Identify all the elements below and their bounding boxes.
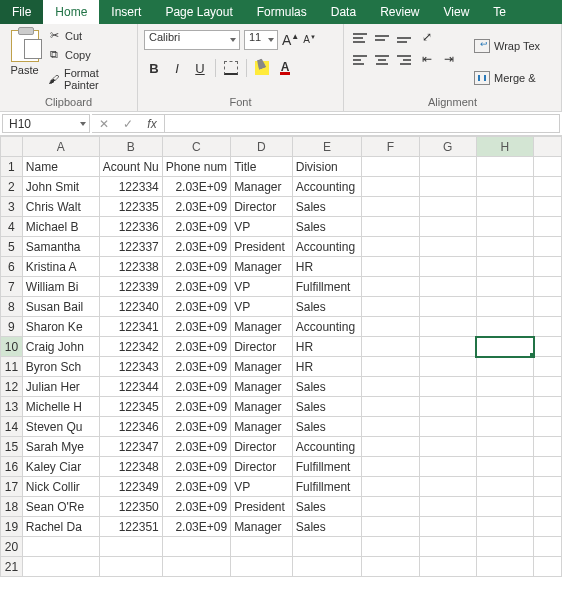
row-header[interactable]: 10 xyxy=(1,337,23,357)
tab-review[interactable]: Review xyxy=(368,0,431,24)
cell[interactable] xyxy=(476,177,533,197)
cell[interactable] xyxy=(476,417,533,437)
cell[interactable]: 122348 xyxy=(99,457,162,477)
row-header[interactable]: 13 xyxy=(1,397,23,417)
cell[interactable] xyxy=(476,457,533,477)
column-header-partial[interactable] xyxy=(534,137,562,157)
cell[interactable]: Manager xyxy=(231,257,293,277)
cell[interactable] xyxy=(534,237,562,257)
cell[interactable] xyxy=(419,157,476,177)
align-bottom-button[interactable] xyxy=(394,30,414,48)
cell[interactable]: Samantha xyxy=(22,237,99,257)
cell[interactable]: 122343 xyxy=(99,357,162,377)
cell[interactable] xyxy=(231,537,293,557)
cell[interactable] xyxy=(362,317,419,337)
cell[interactable] xyxy=(534,197,562,217)
column-header-H[interactable]: H xyxy=(476,137,533,157)
row-header[interactable]: 12 xyxy=(1,377,23,397)
cell[interactable] xyxy=(231,557,293,577)
cell[interactable]: Julian Her xyxy=(22,377,99,397)
bold-button[interactable]: B xyxy=(144,58,164,78)
cell[interactable]: 122342 xyxy=(99,337,162,357)
cell[interactable]: Title xyxy=(231,157,293,177)
tab-home[interactable]: Home xyxy=(43,0,99,24)
row-header[interactable]: 3 xyxy=(1,197,23,217)
cell[interactable] xyxy=(419,357,476,377)
cell[interactable]: Steven Qu xyxy=(22,417,99,437)
cell[interactable]: HR xyxy=(292,357,362,377)
cell[interactable]: Chris Walt xyxy=(22,197,99,217)
cell[interactable] xyxy=(419,517,476,537)
cell[interactable]: 2.03E+09 xyxy=(162,377,230,397)
cell[interactable] xyxy=(419,217,476,237)
cell[interactable] xyxy=(476,157,533,177)
cell[interactable]: Director xyxy=(231,457,293,477)
font-size-select[interactable]: 11 xyxy=(244,30,278,50)
cell[interactable] xyxy=(99,557,162,577)
cell[interactable]: Director xyxy=(231,197,293,217)
tab-file[interactable]: File xyxy=(0,0,43,24)
cell[interactable] xyxy=(362,297,419,317)
row-header[interactable]: 8 xyxy=(1,297,23,317)
enter-formula-button[interactable]: ✓ xyxy=(116,117,140,131)
cell[interactable]: Name xyxy=(22,157,99,177)
cell[interactable] xyxy=(362,197,419,217)
cell[interactable]: Nick Collir xyxy=(22,477,99,497)
cell[interactable]: 2.03E+09 xyxy=(162,517,230,537)
align-left-button[interactable] xyxy=(350,52,370,70)
cell[interactable] xyxy=(534,377,562,397)
cell[interactable]: Sales xyxy=(292,497,362,517)
cancel-formula-button[interactable]: ✕ xyxy=(92,117,116,131)
tab-view[interactable]: View xyxy=(432,0,482,24)
cell[interactable]: Phone num xyxy=(162,157,230,177)
cell[interactable] xyxy=(419,177,476,197)
underline-button[interactable]: U xyxy=(190,58,210,78)
cell[interactable]: Accounting xyxy=(292,177,362,197)
cell[interactable]: Michael B xyxy=(22,217,99,237)
cell[interactable]: 122350 xyxy=(99,497,162,517)
cell[interactable]: Sarah Mye xyxy=(22,437,99,457)
cell[interactable]: Accounting xyxy=(292,317,362,337)
column-header-A[interactable]: A xyxy=(22,137,99,157)
cell[interactable]: Fulfillment xyxy=(292,457,362,477)
cell[interactable] xyxy=(419,277,476,297)
cell[interactable]: Sean O'Re xyxy=(22,497,99,517)
cell[interactable]: 2.03E+09 xyxy=(162,237,230,257)
name-box[interactable]: H10 xyxy=(2,114,90,133)
cell[interactable]: Accounting xyxy=(292,437,362,457)
cell[interactable] xyxy=(362,497,419,517)
cut-button[interactable]: ✂ Cut xyxy=(47,28,131,44)
row-header[interactable]: 2 xyxy=(1,177,23,197)
paste-button[interactable]: Paste xyxy=(6,26,43,94)
cell[interactable]: Manager xyxy=(231,357,293,377)
cell[interactable]: John Smit xyxy=(22,177,99,197)
cell[interactable]: Acount Nu xyxy=(99,157,162,177)
cell[interactable] xyxy=(534,417,562,437)
cell[interactable] xyxy=(476,257,533,277)
select-all-corner[interactable] xyxy=(1,137,23,157)
cell[interactable] xyxy=(534,217,562,237)
cell[interactable] xyxy=(419,477,476,497)
align-center-button[interactable] xyxy=(372,52,392,70)
cell[interactable] xyxy=(362,217,419,237)
cell[interactable] xyxy=(99,537,162,557)
cell[interactable]: Manager xyxy=(231,317,293,337)
cell[interactable]: President xyxy=(231,237,293,257)
cell[interactable]: Fulfillment xyxy=(292,477,362,497)
cell[interactable]: Susan Bail xyxy=(22,297,99,317)
cell[interactable]: 2.03E+09 xyxy=(162,357,230,377)
cell[interactable]: 2.03E+09 xyxy=(162,317,230,337)
cell[interactable] xyxy=(534,437,562,457)
cell[interactable]: HR xyxy=(292,257,362,277)
align-right-button[interactable] xyxy=(394,52,414,70)
tab-formulas[interactable]: Formulas xyxy=(245,0,319,24)
column-header-B[interactable]: B xyxy=(99,137,162,157)
cell[interactable]: Manager xyxy=(231,377,293,397)
cell[interactable] xyxy=(534,477,562,497)
cell[interactable]: Craig John xyxy=(22,337,99,357)
cell[interactable]: 122344 xyxy=(99,377,162,397)
italic-button[interactable]: I xyxy=(167,58,187,78)
cell[interactable] xyxy=(534,157,562,177)
cell[interactable] xyxy=(476,397,533,417)
cell[interactable] xyxy=(476,437,533,457)
